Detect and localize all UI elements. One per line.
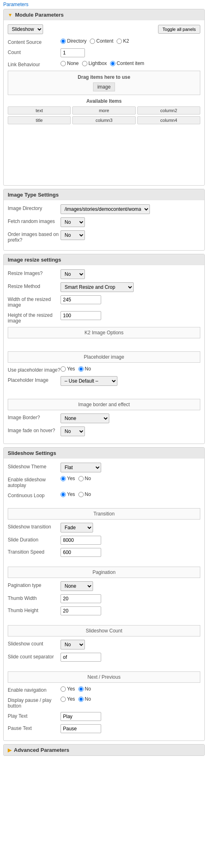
slideshow-theme-select[interactable]: Flat — [61, 463, 101, 472]
thumb-height-row: Thumb Height — [8, 606, 200, 615]
top-controls-row: Slideshow Toggle all panels — [8, 24, 200, 34]
order-images-select[interactable]: No Yes — [61, 230, 85, 240]
resize-images-select[interactable]: No Yes — [61, 269, 85, 279]
available-items-label: Available Items — [8, 98, 200, 104]
resize-width-label: Width of the resized image — [8, 295, 61, 308]
pagination-type-control: None — [61, 581, 200, 591]
radio-pause-no[interactable]: No — [78, 696, 91, 702]
pagination-type-select[interactable]: None — [61, 581, 93, 591]
radio-none[interactable]: None — [61, 61, 79, 66]
slide-duration-control — [61, 536, 200, 545]
resize-images-label: Resize Images? — [8, 269, 61, 276]
link-behaviour-row: Link Behaviour None Lightbox Content ite… — [8, 61, 200, 67]
drag-item-image[interactable]: image — [93, 82, 115, 91]
slideshow-transition-select[interactable]: Fade — [61, 523, 93, 532]
next-prev-title: Next / Previous — [12, 674, 196, 680]
radio-lightbox[interactable]: Lightbox — [82, 61, 107, 66]
spacer — [8, 124, 200, 181]
advanced-parameters-header[interactable]: ▶ Advanced Parameters — [4, 745, 204, 755]
pause-text-input[interactable] — [61, 724, 101, 733]
thumb-width-control — [61, 594, 200, 603]
placeholder-image-control: – Use Default – — [61, 376, 200, 386]
play-text-row: Play Text — [8, 712, 200, 721]
thumb-height-label: Thumb Height — [8, 606, 61, 613]
slide-count-separator-input[interactable] — [61, 653, 101, 662]
item-column3[interactable]: column3 — [72, 116, 135, 124]
display-pause-label: Display pause / play button — [8, 696, 61, 709]
image-directory-select[interactable]: /images/stories/democontent/woman/ — [61, 204, 150, 214]
pagination-title: Pagination — [12, 569, 196, 575]
autoplay-row: Enable slideshow autoplay Yes No — [8, 476, 200, 488]
spacer4 — [8, 502, 200, 505]
resize-method-row: Resize Method Smart Resize and Crop — [8, 282, 200, 292]
fetch-random-label: Fetch random images — [8, 217, 61, 224]
slideshow-theme-control: Flat — [61, 463, 200, 472]
resize-width-control — [61, 295, 200, 304]
resize-height-input[interactable] — [61, 311, 101, 320]
radio-pause-yes[interactable]: Yes — [61, 696, 75, 702]
resize-method-control: Smart Resize and Crop — [61, 282, 200, 292]
image-directory-row: Image Directory /images/stories/democont… — [8, 204, 200, 214]
radio-autoplay-no[interactable]: No — [78, 476, 91, 481]
image-border-control: None — [61, 413, 200, 423]
slideshow-count-title: Slideshow Count — [12, 628, 196, 634]
item-column2[interactable]: column2 — [137, 106, 200, 115]
radio-directory[interactable]: Directory — [61, 38, 87, 44]
breadcrumb: Parameters — [0, 0, 208, 9]
radio-nav-yes[interactable]: Yes — [61, 686, 75, 692]
fetch-random-select[interactable]: No Yes — [61, 217, 85, 227]
play-text-input[interactable] — [61, 712, 101, 721]
count-control — [61, 48, 200, 57]
slide-duration-row: Slide Duration — [8, 536, 200, 545]
image-type-header: Image Type Settings — [4, 189, 204, 200]
slideshow-settings-panel: Slideshow Settings Slideshow Theme Flat … — [3, 447, 205, 741]
radio-nav-no[interactable]: No — [78, 686, 91, 692]
pagination-type-row: Pagination type None — [8, 581, 200, 591]
enable-nav-control: Yes No — [61, 686, 200, 692]
image-border-box: Image border and effect — [8, 399, 200, 410]
image-directory-label: Image Directory — [8, 204, 61, 211]
count-input[interactable] — [61, 48, 85, 57]
thumb-width-input[interactable] — [61, 594, 101, 603]
radio-placeholder-yes[interactable]: Yes — [61, 366, 75, 372]
image-fade-label: Image fade on hover? — [8, 426, 61, 433]
radio-placeholder-no[interactable]: No — [78, 366, 91, 372]
transition-speed-input[interactable] — [61, 548, 101, 557]
resize-width-input[interactable] — [61, 295, 101, 304]
image-type-content: Image Directory /images/stories/democont… — [4, 200, 204, 250]
item-column4[interactable]: column4 — [137, 116, 200, 124]
placeholder-image-select[interactable]: – Use Default – — [61, 376, 117, 386]
display-pause-control: Yes No — [61, 696, 200, 702]
content-source-select[interactable]: Slideshow — [8, 24, 43, 34]
continuous-loop-row: Continuous Loop Yes No — [8, 491, 200, 498]
transition-box: Transition — [8, 508, 200, 520]
content-source-row: Content Source Directory Content K2 — [8, 38, 200, 45]
autoplay-label: Enable slideshow autoplay — [8, 476, 61, 488]
image-type-panel: Image Type Settings Image Directory /ima… — [3, 189, 205, 251]
thumb-width-label: Thumb Width — [8, 594, 61, 601]
radio-continuous-yes[interactable]: Yes — [61, 491, 75, 497]
slideshow-count-select[interactable]: No Yes — [61, 640, 85, 649]
image-border-select[interactable]: None — [61, 413, 109, 423]
slide-duration-label: Slide Duration — [8, 536, 61, 543]
thumb-height-input[interactable] — [61, 606, 101, 615]
item-text[interactable]: text — [8, 106, 71, 115]
available-items-grid: text more column2 title column3 column4 — [8, 106, 200, 124]
transition-speed-label: Transition Speed — [8, 548, 61, 555]
image-resize-panel: Image resize settings Resize Images? No … — [3, 254, 205, 444]
resize-height-control — [61, 311, 200, 320]
radio-k2[interactable]: K2 — [117, 38, 129, 44]
item-more[interactable]: more — [72, 106, 135, 115]
slide-duration-input[interactable] — [61, 536, 101, 545]
resize-method-select[interactable]: Smart Resize and Crop — [61, 282, 134, 292]
radio-content[interactable]: Content — [90, 38, 113, 44]
enable-nav-label: Enable navigation — [8, 686, 61, 693]
k2-image-options-box: K2 Image Options — [8, 327, 200, 338]
radio-autoplay-yes[interactable]: Yes — [61, 476, 75, 481]
item-title[interactable]: title — [8, 116, 71, 124]
radio-content-item[interactable]: Content item — [110, 61, 144, 66]
image-fade-select[interactable]: No Yes — [61, 426, 85, 436]
radio-continuous-no[interactable]: No — [78, 491, 91, 497]
slideshow-transition-label: Slideshow transition — [8, 523, 61, 530]
toggle-all-button[interactable]: Toggle all panels — [158, 25, 200, 34]
